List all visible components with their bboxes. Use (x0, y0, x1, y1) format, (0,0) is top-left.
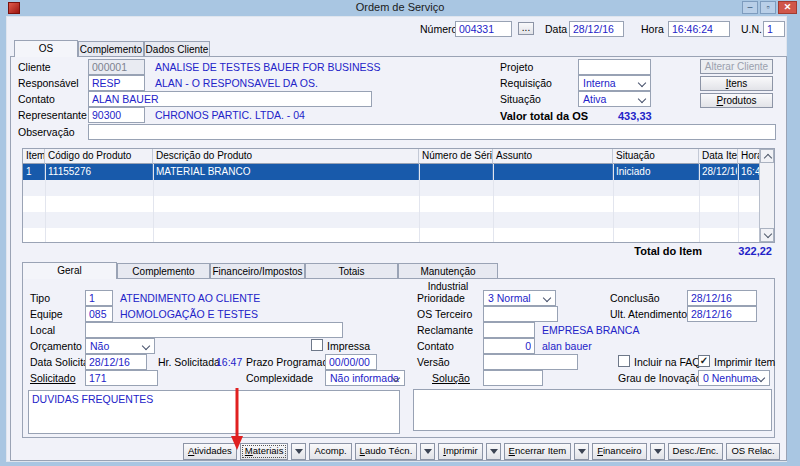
materiais-button[interactable]: Materiais (240, 443, 289, 460)
conclusao-label: Conclusão (610, 292, 660, 304)
tab-financeiro-impostos[interactable]: Financeiro/Impostos (210, 263, 305, 279)
detail-contato-label: Contato (417, 340, 454, 352)
ult-atendimento-label: Ult. Atendimento (610, 308, 687, 320)
data-input[interactable] (569, 21, 624, 37)
cell-data-item: 28/12/16 (699, 164, 738, 180)
materiais-dropdown-icon[interactable] (291, 443, 306, 460)
tipo-input[interactable] (85, 290, 113, 306)
scroll-down-icon[interactable] (760, 228, 774, 242)
contato-label: Contato (18, 93, 55, 105)
un-input[interactable] (763, 21, 785, 37)
numero-label: Número (420, 23, 457, 35)
col-item[interactable]: Item (23, 149, 45, 164)
prioridade-combo[interactable]: 3 Normal (483, 290, 556, 306)
duvidas-textarea[interactable]: DUVIDAS FREQUENTES (28, 390, 400, 434)
conclusao-input[interactable] (687, 290, 757, 306)
tab-totais[interactable]: Totais (305, 263, 398, 279)
solucao-textarea[interactable] (413, 389, 772, 431)
valor-total-label: Valor total da OS (500, 110, 588, 122)
hora-label: Hora (641, 23, 664, 35)
representante-label: Representante (18, 109, 87, 121)
solicitado-input[interactable] (85, 370, 158, 386)
tab-complemento[interactable]: Complemento (78, 41, 144, 57)
cell-item: 1 (23, 164, 45, 180)
col-descricao[interactable]: Descrição do Produto (153, 149, 419, 164)
grau-inovacao-combo[interactable]: 0 Nenhuma (698, 370, 770, 386)
tab-manutencao-industrial[interactable]: Manutenção Industrial (398, 263, 498, 279)
solucao-link[interactable]: Solução (432, 372, 470, 384)
requisicao-combo[interactable]: Interna (578, 75, 651, 91)
laudo-tecn-button[interactable]: Laudo Técn. (355, 443, 418, 460)
cliente-code-input[interactable] (88, 59, 145, 75)
imprimir-item-checkbox[interactable]: ✓ (698, 355, 710, 367)
observacao-input[interactable] (88, 124, 776, 140)
items-grid: Item Código do Produto Descrição do Prod… (22, 148, 775, 243)
produtos-button[interactable]: Produtos (700, 93, 773, 108)
scroll-up-icon[interactable] (760, 149, 774, 163)
tab-dados-cliente[interactable]: Dados Cliente (144, 41, 210, 57)
grau-inovacao-label: Grau de Inovação (618, 372, 701, 384)
solucao-input[interactable] (483, 370, 543, 386)
ult-atendimento-input[interactable] (687, 306, 757, 322)
alterar-cliente-button[interactable]: Alterar Cliente (700, 59, 773, 74)
situacao-value: Ativa (583, 93, 606, 105)
situacao-label: Situação (500, 93, 541, 105)
numero-browse-button[interactable]: ... (518, 22, 534, 35)
tab-detail-complemento[interactable]: Complemento (117, 263, 210, 279)
col-assunto[interactable]: Assunto (493, 149, 613, 164)
grid-scrollbar[interactable] (759, 149, 774, 242)
imprimir-dropdown-icon[interactable] (486, 443, 501, 460)
detail-contato-name: alan bauer (542, 340, 592, 352)
solicitado-link[interactable]: Solicitado (30, 372, 76, 384)
col-situacao[interactable]: Situação (613, 149, 699, 164)
un-label: U.N. (741, 23, 762, 35)
minimize-button[interactable]: – (742, 1, 758, 14)
acomp-button[interactable]: Acomp. (309, 443, 351, 460)
observacao-label: Observação (18, 126, 75, 138)
data-solicitada-input[interactable] (85, 354, 147, 370)
impressa-label: Impressa (327, 340, 370, 352)
os-terceiro-input[interactable] (483, 306, 558, 322)
imprimir-button[interactable]: Imprimir (438, 443, 482, 460)
encerrar-item-button[interactable]: Encerrar Item (504, 443, 572, 460)
responsavel-code-input[interactable] (88, 75, 145, 91)
projeto-input[interactable] (578, 59, 651, 75)
contato-input[interactable] (88, 91, 372, 107)
financeiro-button[interactable]: Financeiro (592, 443, 646, 460)
local-input[interactable] (85, 322, 343, 338)
detail-contato-input[interactable] (483, 338, 535, 354)
prazo-input[interactable] (325, 354, 377, 370)
col-numero-serie[interactable]: Número de Série (419, 149, 493, 164)
itens-button[interactable]: Itens (700, 76, 773, 91)
impressa-checkbox[interactable] (311, 339, 323, 351)
close-button[interactable]: ✕ (778, 1, 797, 14)
cliente-label: Cliente (18, 61, 51, 73)
financeiro-dropdown-icon[interactable] (650, 443, 665, 460)
tab-os[interactable]: OS (14, 40, 78, 57)
desc-enc-button[interactable]: Desc./Enc. (668, 443, 724, 460)
maximize-button[interactable]: ▫ (760, 1, 776, 14)
versao-input[interactable] (483, 354, 578, 370)
local-label: Local (30, 324, 55, 336)
hora-input[interactable] (668, 21, 730, 37)
cell-situacao: Iniciado (613, 164, 699, 180)
equipe-input[interactable] (85, 306, 113, 322)
empty-row (23, 196, 761, 212)
situacao-combo[interactable]: Ativa (578, 91, 651, 107)
col-codigo[interactable]: Código do Produto (45, 149, 153, 164)
hr-solicitada-label: Hr. Solicitada (158, 356, 220, 368)
os-relac-button[interactable]: OS Relac. (726, 443, 779, 460)
laudo-tecn-dropdown-icon[interactable] (420, 443, 435, 460)
complexidade-combo[interactable]: Não informada (325, 370, 405, 386)
total-item-value: 322,22 (710, 245, 772, 257)
col-hora[interactable]: Hora (738, 149, 761, 164)
incluir-faq-checkbox[interactable] (618, 355, 630, 367)
reclamante-input[interactable] (483, 322, 535, 338)
orcamento-combo[interactable]: Não (85, 338, 155, 354)
numero-input[interactable] (455, 21, 512, 37)
encerrar-item-dropdown-icon[interactable] (574, 443, 589, 460)
tab-geral[interactable]: Geral (22, 262, 117, 279)
table-row[interactable]: 1 11155276 MATERIAL BRANCO Iniciado 28/1… (23, 164, 761, 180)
representante-code-input[interactable] (88, 107, 145, 123)
col-data-item[interactable]: Data Item (699, 149, 738, 164)
